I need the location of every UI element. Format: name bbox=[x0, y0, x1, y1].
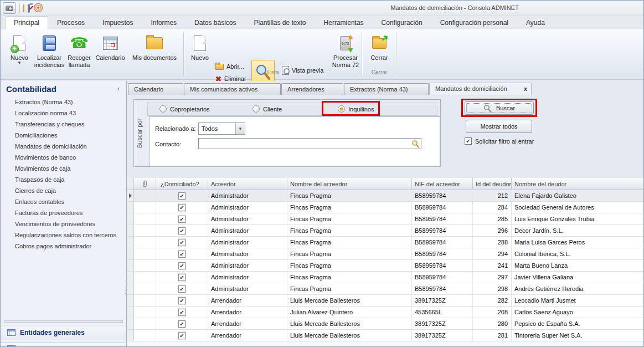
mostrar-todos-button[interactable]: Mostrar todos bbox=[466, 120, 532, 133]
row-selector-cell[interactable] bbox=[127, 213, 134, 224]
column-header-domiciliado[interactable]: ¿Domiciliado? bbox=[156, 178, 208, 190]
checked-checkbox-icon[interactable]: ✔ bbox=[178, 262, 186, 269]
row-selector-cell[interactable] bbox=[127, 307, 134, 318]
table-row[interactable]: ✔ Arrendador Lluis Mercade Ballesteros 3… bbox=[127, 330, 644, 341]
id-deudor-cell[interactable]: 208 bbox=[473, 307, 512, 318]
nombre-acreedor-cell[interactable]: Fincas Pragma bbox=[287, 272, 412, 283]
acreedor-cell[interactable]: Administrador bbox=[208, 272, 287, 283]
ribbon-tab[interactable]: Herramientas bbox=[315, 16, 373, 29]
row-selector-cell[interactable] bbox=[127, 330, 134, 341]
row-selector-cell[interactable] bbox=[127, 283, 134, 294]
nif-cell[interactable]: B58959784 bbox=[412, 202, 473, 213]
table-row[interactable]: ✔ Administrador Fincas Pragma B58959784 … bbox=[127, 283, 644, 295]
acreedor-cell[interactable]: Administrador bbox=[208, 213, 287, 224]
nombre-acreedor-cell[interactable]: Fincas Pragma bbox=[287, 248, 412, 259]
acreedor-cell[interactable]: Administrador bbox=[208, 248, 287, 259]
attachment-cell[interactable] bbox=[134, 295, 156, 306]
nif-cell[interactable]: 4535665L bbox=[412, 307, 473, 318]
sidebar-item[interactable]: Transferencias y cheques bbox=[1, 119, 126, 130]
sidebar-item[interactable]: Localización norma 43 bbox=[1, 108, 126, 119]
checked-checkbox-icon[interactable]: ✔ bbox=[178, 204, 186, 211]
table-row[interactable]: ✔ Administrador Fincas Pragma B58959784 … bbox=[127, 248, 644, 260]
ribbon-tab[interactable]: Datos básicos bbox=[186, 16, 245, 29]
nif-cell[interactable]: 38917325Z bbox=[412, 295, 473, 306]
table-row[interactable]: ✔ Arrendador Lluis Mercade Ballesteros 3… bbox=[127, 318, 644, 330]
attachment-cell[interactable] bbox=[134, 272, 156, 283]
id-deudor-cell[interactable]: 212 bbox=[473, 190, 512, 201]
sidebar-splitter[interactable] bbox=[4, 320, 123, 323]
id-deudor-cell[interactable]: 294 bbox=[473, 248, 512, 259]
domiciliado-cell[interactable]: ✔ bbox=[156, 260, 208, 271]
column-header-nombre-acreedor[interactable]: Nombre del acreedor bbox=[287, 178, 412, 190]
checked-checkbox-icon[interactable]: ✔ bbox=[178, 297, 186, 304]
attachment-cell[interactable] bbox=[134, 248, 156, 259]
table-row[interactable]: ✔ Administrador Fincas Pragma B58959784 … bbox=[127, 213, 644, 225]
sidebar-item[interactable]: Mandatos de domiciliación bbox=[1, 141, 126, 152]
radio-cliente[interactable]: Cliente bbox=[253, 105, 282, 113]
app-menu-button[interactable] bbox=[3, 2, 16, 14]
checked-checkbox-icon[interactable]: ✔ bbox=[178, 332, 186, 339]
id-deudor-cell[interactable]: 241 bbox=[473, 260, 512, 271]
id-deudor-cell[interactable]: 282 bbox=[473, 295, 512, 306]
checked-checkbox-icon[interactable]: ✔ bbox=[178, 192, 186, 200]
document-tab[interactable]: Extractos (Norma 43) bbox=[344, 83, 429, 95]
table-row[interactable]: ✔ Administrador Fincas Pragma B58959784 … bbox=[127, 225, 644, 237]
mis-documentos-button[interactable]: Mis documentos bbox=[128, 32, 181, 76]
localizar-incidencias-button[interactable]: Localizar incidencias bbox=[35, 32, 64, 76]
acreedor-cell[interactable]: Administrador bbox=[208, 260, 287, 271]
document-tab[interactable]: Calendario bbox=[128, 83, 183, 95]
table-row[interactable]: ✔ Administrador Fincas Pragma B58959784 … bbox=[127, 260, 644, 272]
contacto-input[interactable] bbox=[199, 139, 411, 148]
id-deudor-cell[interactable]: 296 bbox=[473, 225, 512, 236]
attachment-cell[interactable] bbox=[134, 202, 156, 213]
nombre-deudor-cell[interactable]: Luis Enrique Gonzales Trubia bbox=[512, 213, 644, 224]
id-deudor-cell[interactable]: 284 bbox=[473, 202, 512, 213]
nif-cell[interactable]: B58959784 bbox=[412, 190, 473, 201]
domiciliado-cell[interactable]: ✔ bbox=[156, 237, 208, 248]
row-selector-cell[interactable] bbox=[127, 272, 134, 283]
attachment-column-header[interactable] bbox=[134, 178, 156, 190]
domiciliado-cell[interactable]: ✔ bbox=[156, 248, 208, 259]
sidebar-item[interactable]: Enlaces contables bbox=[1, 196, 126, 207]
domiciliado-cell[interactable]: ✔ bbox=[156, 295, 208, 306]
id-deudor-cell[interactable]: 288 bbox=[473, 237, 512, 248]
nif-cell[interactable]: B58959784 bbox=[412, 248, 473, 259]
acreedor-cell[interactable]: Administrador bbox=[208, 237, 287, 248]
domiciliado-cell[interactable]: ✔ bbox=[156, 283, 208, 294]
acreedor-cell[interactable]: Arrendador bbox=[208, 307, 287, 318]
search-icon[interactable] bbox=[411, 140, 420, 148]
attachment-cell[interactable] bbox=[134, 283, 156, 294]
id-deudor-cell[interactable]: 280 bbox=[473, 318, 512, 329]
solicitar-filtro-checkbox[interactable]: ✔ Solicitar filtro al entrar bbox=[465, 137, 534, 145]
nombre-acreedor-cell[interactable]: Lluis Mercade Ballesteros bbox=[287, 330, 412, 341]
nombre-acreedor-cell[interactable]: Fincas Pragma bbox=[287, 213, 412, 224]
row-selector-cell[interactable] bbox=[127, 190, 134, 201]
sidebar-item[interactable]: Domiciliaciones bbox=[1, 130, 126, 141]
nif-cell[interactable]: B58959784 bbox=[412, 213, 473, 224]
checked-checkbox-icon[interactable]: ✔ bbox=[178, 227, 186, 234]
ribbon-tab[interactable]: Configuración personal bbox=[431, 16, 517, 29]
document-tab[interactable]: Mis comunicados activos bbox=[184, 83, 281, 95]
acreedor-cell[interactable]: Arrendador bbox=[208, 295, 287, 306]
nif-cell[interactable]: B58959784 bbox=[412, 283, 473, 294]
attachment-cell[interactable] bbox=[134, 225, 156, 236]
nombre-acreedor-cell[interactable]: Fincas Pragma bbox=[287, 225, 412, 236]
nombre-acreedor-cell[interactable]: Fincas Pragma bbox=[287, 260, 412, 271]
domiciliado-cell[interactable]: ✔ bbox=[156, 307, 208, 318]
acreedor-cell[interactable]: Administrador bbox=[208, 225, 287, 236]
table-row[interactable]: ✔ Arrendador Lluis Mercade Ballesteros 3… bbox=[127, 295, 644, 307]
nombre-deudor-cell[interactable]: Decor Jardín, S.L. bbox=[512, 225, 644, 236]
acreedor-cell[interactable]: Arrendador bbox=[208, 318, 287, 329]
id-deudor-cell[interactable]: 297 bbox=[473, 272, 512, 283]
table-row[interactable]: ✔ Arrendador Julian Alvarez Quintero 453… bbox=[127, 307, 644, 318]
id-deudor-cell[interactable]: 281 bbox=[473, 330, 512, 341]
nif-cell[interactable]: B58959784 bbox=[412, 272, 473, 283]
nombre-deudor-cell[interactable]: Elena Fajardo Galisteo bbox=[512, 190, 644, 201]
column-header-id-deudor[interactable]: Id del deudor bbox=[473, 178, 512, 190]
calendario-button[interactable]: Calendario bbox=[94, 32, 127, 76]
nif-cell[interactable]: 38917325Z bbox=[412, 318, 473, 329]
checked-checkbox-icon[interactable]: ✔ bbox=[178, 309, 186, 316]
sidebar-item[interactable]: Cobros pagos administrador bbox=[1, 241, 126, 252]
table-row[interactable]: ✔ Administrador Fincas Pragma B58959784 … bbox=[127, 190, 644, 202]
nombre-acreedor-cell[interactable]: Fincas Pragma bbox=[287, 202, 412, 213]
